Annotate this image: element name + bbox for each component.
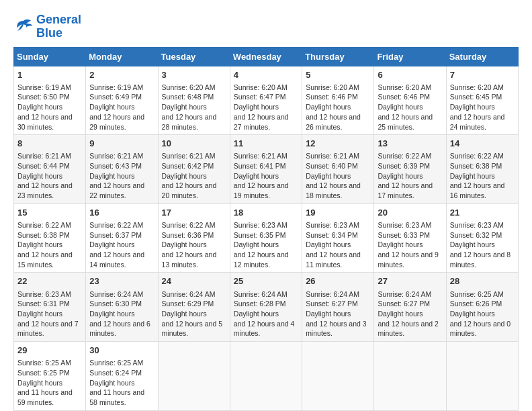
- calendar-cell: 20Sunrise: 6:23 AMSunset: 6:33 PMDayligh…: [374, 203, 446, 273]
- sunrise-text: Sunrise: 6:22 AM: [17, 221, 71, 229]
- sunset-text: Sunset: 6:38 PM: [17, 231, 70, 239]
- calendar-cell: 9Sunrise: 6:21 AMSunset: 6:43 PMDaylight…: [86, 135, 158, 204]
- calendar-cell: [374, 342, 446, 411]
- calendar-cell: 4Sunrise: 6:20 AMSunset: 6:47 PMDaylight…: [230, 66, 302, 135]
- day-number: 26: [306, 275, 370, 287]
- daylight-duration: and 12 hours and 3 minutes.: [306, 320, 367, 338]
- sunrise-text: Sunrise: 6:25 AM: [450, 290, 504, 298]
- daylight-duration: and 12 hours and 23 minutes.: [17, 181, 73, 199]
- sunset-text: Sunset: 6:48 PM: [162, 93, 214, 101]
- calendar-header-row: SundayMondayTuesdayWednesdayThursdayFrid…: [14, 47, 519, 66]
- sunrise-text: Sunrise: 6:22 AM: [378, 152, 431, 160]
- calendar-week-3: 15Sunrise: 6:22 AMSunset: 6:38 PMDayligh…: [14, 203, 519, 273]
- calendar-cell: 14Sunrise: 6:22 AMSunset: 6:38 PMDayligh…: [446, 135, 518, 204]
- daylight-duration: and 12 hours and 15 minutes.: [17, 250, 73, 269]
- sunset-text: Sunset: 6:46 PM: [306, 93, 358, 101]
- daylight-text: Daylight hours: [450, 103, 495, 111]
- sunrise-text: Sunrise: 6:23 AM: [306, 221, 359, 229]
- sunset-text: Sunset: 6:36 PM: [162, 231, 214, 239]
- sunset-text: Sunset: 6:33 PM: [378, 231, 430, 239]
- sunrise-text: Sunrise: 6:22 AM: [162, 221, 216, 229]
- header-saturday: Saturday: [446, 47, 518, 66]
- calendar-cell: [158, 342, 230, 411]
- daylight-duration: and 12 hours and 7 minutes.: [17, 320, 79, 338]
- sunrise-text: Sunrise: 6:23 AM: [17, 290, 71, 298]
- daylight-text: Daylight hours: [162, 103, 207, 111]
- daylight-text: Daylight hours: [378, 310, 423, 318]
- calendar-cell: [230, 342, 302, 411]
- daylight-duration: and 12 hours and 0 minutes.: [450, 320, 511, 338]
- day-number: 16: [89, 207, 154, 219]
- daylight-text: Daylight hours: [450, 240, 495, 248]
- day-number: 8: [17, 138, 82, 150]
- calendar-week-4: 22Sunrise: 6:23 AMSunset: 6:31 PMDayligh…: [14, 273, 519, 342]
- daylight-duration: and 12 hours and 12 minutes.: [234, 250, 289, 269]
- sunset-text: Sunset: 6:38 PM: [450, 162, 502, 170]
- header-tuesday: Tuesday: [158, 47, 230, 66]
- daylight-duration: and 12 hours and 2 minutes.: [378, 320, 439, 338]
- daylight-text: Daylight hours: [89, 310, 134, 318]
- header-friday: Friday: [374, 47, 446, 66]
- sunset-text: Sunset: 6:43 PM: [89, 162, 142, 170]
- day-number: 17: [162, 207, 226, 219]
- calendar-week-1: 1Sunrise: 6:19 AMSunset: 6:50 PMDaylight…: [14, 66, 519, 135]
- daylight-text: Daylight hours: [89, 240, 134, 248]
- daylight-text: Daylight hours: [306, 310, 351, 318]
- day-number: 19: [306, 207, 370, 219]
- daylight-duration: and 12 hours and 13 minutes.: [162, 250, 217, 269]
- sunrise-text: Sunrise: 6:20 AM: [162, 83, 216, 91]
- daylight-duration: and 12 hours and 9 minutes.: [378, 250, 439, 269]
- day-number: 4: [234, 69, 298, 81]
- calendar-cell: 24Sunrise: 6:24 AMSunset: 6:29 PMDayligh…: [158, 273, 230, 342]
- calendar-cell: 8Sunrise: 6:21 AMSunset: 6:44 PMDaylight…: [14, 135, 86, 204]
- calendar-cell: 16Sunrise: 6:22 AMSunset: 6:37 PMDayligh…: [86, 203, 158, 273]
- day-number: 5: [306, 69, 370, 81]
- day-number: 12: [306, 138, 370, 150]
- calendar-week-2: 8Sunrise: 6:21 AMSunset: 6:44 PMDaylight…: [14, 135, 519, 204]
- daylight-text: Daylight hours: [162, 172, 207, 180]
- sunset-text: Sunset: 6:28 PM: [234, 300, 286, 308]
- daylight-text: Daylight hours: [306, 172, 351, 180]
- sunset-text: Sunset: 6:27 PM: [306, 300, 358, 308]
- day-number: 11: [234, 138, 298, 150]
- header-thursday: Thursday: [302, 47, 374, 66]
- sunset-text: Sunset: 6:46 PM: [378, 93, 430, 101]
- calendar-cell: 15Sunrise: 6:22 AMSunset: 6:38 PMDayligh…: [14, 203, 86, 273]
- daylight-text: Daylight hours: [378, 103, 423, 111]
- day-number: 10: [162, 138, 226, 150]
- daylight-text: Daylight hours: [234, 310, 279, 318]
- sunset-text: Sunset: 6:42 PM: [162, 162, 214, 170]
- calendar-cell: 23Sunrise: 6:24 AMSunset: 6:30 PMDayligh…: [86, 273, 158, 342]
- daylight-duration: and 12 hours and 20 minutes.: [162, 181, 217, 199]
- sunrise-text: Sunrise: 6:21 AM: [17, 152, 71, 160]
- logo: General Blue: [13, 13, 81, 40]
- daylight-text: Daylight hours: [378, 240, 423, 248]
- calendar-cell: 10Sunrise: 6:21 AMSunset: 6:42 PMDayligh…: [158, 135, 230, 204]
- daylight-text: Daylight hours: [234, 240, 279, 248]
- sunset-text: Sunset: 6:45 PM: [450, 93, 502, 101]
- calendar-cell: 18Sunrise: 6:23 AMSunset: 6:35 PMDayligh…: [230, 203, 302, 273]
- sunrise-text: Sunrise: 6:20 AM: [378, 83, 431, 91]
- daylight-text: Daylight hours: [234, 172, 279, 180]
- daylight-text: Daylight hours: [306, 240, 351, 248]
- sunrise-text: Sunrise: 6:20 AM: [306, 83, 359, 91]
- daylight-duration: and 12 hours and 6 minutes.: [89, 320, 150, 338]
- calendar-cell: 21Sunrise: 6:23 AMSunset: 6:32 PMDayligh…: [446, 203, 518, 273]
- calendar-cell: 5Sunrise: 6:20 AMSunset: 6:46 PMDaylight…: [302, 66, 374, 135]
- sunrise-text: Sunrise: 6:21 AM: [306, 152, 359, 160]
- sunset-text: Sunset: 6:32 PM: [450, 231, 502, 239]
- daylight-text: Daylight hours: [378, 172, 423, 180]
- day-number: 9: [89, 138, 154, 150]
- daylight-duration: and 12 hours and 16 minutes.: [450, 181, 505, 199]
- daylight-text: Daylight hours: [450, 172, 495, 180]
- sunrise-text: Sunrise: 6:25 AM: [89, 359, 143, 367]
- sunrise-text: Sunrise: 6:21 AM: [89, 152, 143, 160]
- calendar-week-5: 29Sunrise: 6:25 AMSunset: 6:25 PMDayligh…: [14, 342, 519, 411]
- calendar-cell: 11Sunrise: 6:21 AMSunset: 6:41 PMDayligh…: [230, 135, 302, 204]
- day-number: 28: [450, 275, 515, 287]
- sunrise-text: Sunrise: 6:20 AM: [234, 83, 287, 91]
- day-number: 7: [450, 69, 515, 81]
- daylight-duration: and 12 hours and 24 minutes.: [450, 113, 505, 131]
- sunrise-text: Sunrise: 6:25 AM: [17, 359, 71, 367]
- sunrise-text: Sunrise: 6:19 AM: [89, 83, 143, 91]
